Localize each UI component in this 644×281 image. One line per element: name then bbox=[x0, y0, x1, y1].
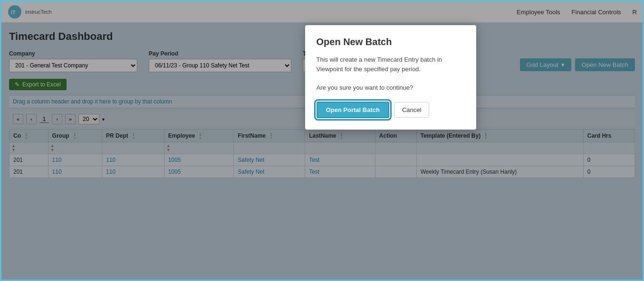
modal-body-line1: This will create a new Timecard Entry ba… bbox=[317, 55, 465, 74]
modal-body-line2: Are you sure you want to continue? bbox=[317, 83, 465, 93]
open-portal-batch-button[interactable]: Open Portal Batch bbox=[317, 102, 389, 118]
modal-title: Open New Batch bbox=[317, 37, 465, 47]
app-container: iT instrucTech Employee Tools Financial … bbox=[0, 0, 644, 281]
modal-dialog: Open New Batch This will create a new Ti… bbox=[305, 25, 476, 130]
modal-body: This will create a new Timecard Entry ba… bbox=[317, 55, 465, 92]
cancel-button[interactable]: Cancel bbox=[394, 102, 429, 118]
main-container: iT instrucTech Employee Tools Financial … bbox=[1, 1, 643, 280]
modal-footer: Open Portal Batch Cancel bbox=[317, 102, 465, 118]
